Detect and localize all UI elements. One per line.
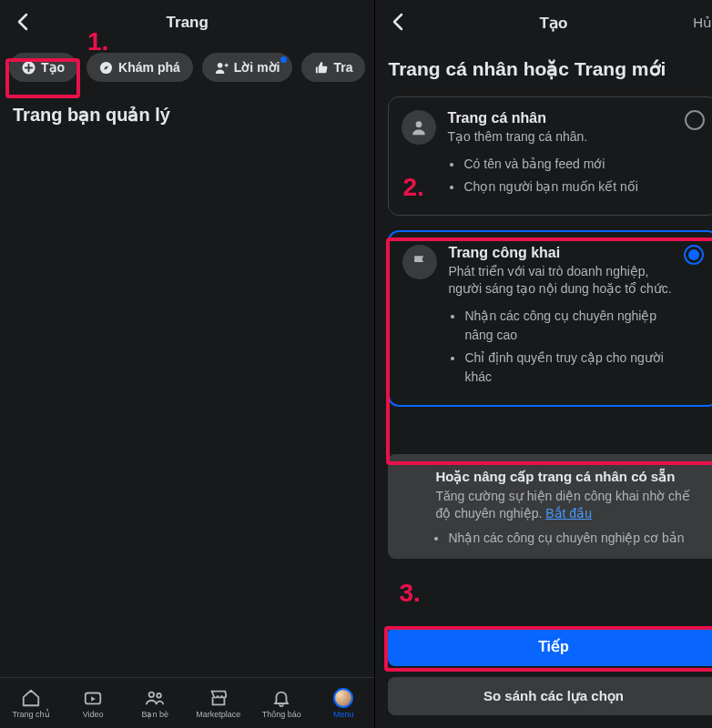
upgrade-subtitle: Tăng cường sự hiện diện công khai nhờ ch… (435, 488, 704, 523)
chip-create[interactable]: Tạo (9, 53, 77, 82)
nav-marketplace[interactable]: Marketplace (192, 686, 244, 721)
option-bullets: Có tên và bảng feed mới Chọn người bạn m… (463, 155, 674, 197)
chips-row: Tạo Khám phá Lời mời Tra (0, 46, 374, 93)
nav-label: Video (83, 710, 104, 719)
bullet: Có tên và bảng feed mới (463, 155, 674, 174)
upgrade-card: Hoặc nâng cấp trang cá nhân có sẵn Tăng … (388, 454, 712, 559)
svg-point-4 (149, 692, 155, 697)
bottom-buttons: Tiếp So sánh các lựa chọn (388, 627, 712, 715)
chevron-left-icon (392, 13, 404, 31)
radio-unchecked[interactable] (685, 110, 705, 130)
chip-label: Lời mời (234, 60, 280, 75)
screen-pages: Trang Tạo Khám phá Lời mời Tra (0, 0, 375, 728)
content: Trang cá nhân hoặc Trang mới Trang cá nh… (375, 46, 712, 728)
plus-icon (22, 61, 36, 75)
person-icon (402, 110, 436, 145)
nav-label: Bạn bè (141, 710, 168, 719)
back-button[interactable] (13, 9, 33, 37)
header: Trang (0, 0, 374, 46)
radio-checked[interactable] (684, 245, 704, 265)
chip-invites[interactable]: Lời mời (202, 53, 293, 82)
nav-label: Marketplace (196, 710, 240, 719)
chip-liked[interactable]: Tra (301, 53, 365, 82)
upgrade-title: Hoặc nâng cấp trang cá nhân có sẵn (435, 467, 704, 486)
bell-icon (271, 688, 291, 708)
bottom-nav: Trang chủ Video Bạn bè Marketplace Thông… (0, 677, 374, 728)
next-button[interactable]: Tiếp (388, 627, 712, 666)
header: Tạo Hủy (375, 0, 712, 46)
nav-label: Menu (333, 710, 354, 719)
bullet: Chỉ định quyền truy cập cho người khác (464, 349, 673, 387)
chip-label: Khám phá (118, 60, 180, 75)
bullet: Nhận các công cụ chuyên nghiệp cơ bản (448, 529, 704, 548)
nav-label: Thông báo (262, 710, 301, 719)
chip-explore[interactable]: Khám phá (86, 53, 193, 82)
friends-icon (145, 688, 165, 708)
nav-menu[interactable]: Menu (319, 686, 368, 721)
nav-notifications[interactable]: Thông báo (257, 686, 306, 721)
upgrade-start-link[interactable]: Bắt đầu (545, 506, 592, 521)
option-title: Trang công khai (448, 245, 673, 261)
bullet: Chọn người bạn muốn kết nối (463, 177, 674, 197)
option-profile[interactable]: Trang cá nhân Tạo thêm trang cá nhân. Có… (388, 96, 712, 216)
home-icon (21, 688, 41, 708)
compare-button[interactable]: So sánh các lựa chọn (388, 677, 712, 715)
svg-point-5 (157, 693, 161, 697)
chip-label: Tạo (41, 60, 65, 75)
option-title: Trang cá nhân (447, 110, 674, 126)
nav-label: Trang chủ (12, 710, 49, 719)
svg-point-2 (218, 62, 223, 67)
page-title: Tạo (375, 14, 712, 33)
back-button[interactable] (388, 9, 408, 37)
upgrade-bullets: Nhận các công cụ chuyên nghiệp cơ bản (448, 529, 704, 548)
marketplace-icon (209, 688, 229, 708)
chip-label: Tra (333, 60, 352, 75)
compass-icon (99, 61, 113, 75)
page-title: Trang (0, 14, 374, 32)
bullet: Nhận các công cụ chuyên nghiệp nâng cao (464, 307, 673, 345)
flag-icon (402, 245, 437, 279)
video-icon (83, 688, 103, 708)
svg-point-6 (416, 121, 422, 127)
nav-friends[interactable]: Bạn bè (130, 686, 179, 721)
friend-request-icon (215, 61, 229, 75)
cancel-button[interactable]: Hủy (693, 15, 712, 31)
like-icon (314, 61, 328, 75)
option-subtitle: Tạo thêm trang cá nhân. (447, 128, 674, 146)
chevron-left-icon (16, 13, 29, 31)
nav-video[interactable]: Video (68, 686, 117, 721)
option-subtitle: Phát triển với vai trò doanh nghiệp, ngư… (448, 263, 673, 298)
notification-dot-icon (280, 56, 287, 63)
screen-create: Tạo Hủy Trang cá nhân hoặc Trang mới Tra… (375, 0, 712, 728)
menu-avatar-icon (333, 688, 353, 708)
option-bullets: Nhận các công cụ chuyên nghiệp nâng cao … (464, 307, 673, 387)
option-text: Trang công khai Phát triển với vai trò d… (448, 245, 673, 390)
option-public-page[interactable]: Trang công khai Phát triển với vai trò d… (388, 230, 712, 407)
section-title: Trang bạn quản lý (0, 93, 374, 126)
nav-home[interactable]: Trang chủ (6, 686, 56, 721)
heading: Trang cá nhân hoặc Trang mới (388, 58, 712, 80)
option-text: Trang cá nhân Tạo thêm trang cá nhân. Có… (447, 110, 674, 200)
